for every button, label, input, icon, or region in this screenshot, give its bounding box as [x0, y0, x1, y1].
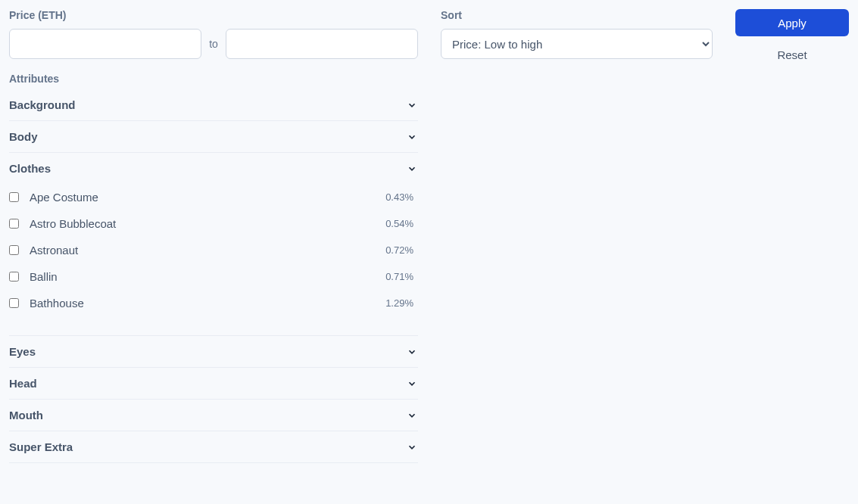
- attribute-title: Super Extra: [9, 440, 73, 453]
- option-label[interactable]: Bathhouse: [30, 297, 375, 310]
- reset-button[interactable]: Reset: [735, 41, 849, 68]
- chevron-down-icon: [406, 99, 418, 111]
- attribute-header-super-extra[interactable]: Super Extra: [9, 431, 418, 462]
- chevron-down-icon: [406, 378, 418, 390]
- attribute-header-head[interactable]: Head: [9, 368, 418, 399]
- apply-button[interactable]: Apply: [735, 9, 849, 36]
- option-label[interactable]: Ape Costume: [30, 191, 375, 204]
- price-min-input[interactable]: [9, 29, 201, 59]
- attribute-header-eyes[interactable]: Eyes: [9, 336, 418, 367]
- option-label[interactable]: Ballin: [30, 270, 375, 283]
- price-row: to: [9, 29, 418, 59]
- option-checkbox[interactable]: [9, 272, 19, 282]
- attribute-header-background[interactable]: Background: [9, 89, 418, 120]
- attribute-section-background: Background: [9, 89, 418, 121]
- attribute-title: Clothes: [9, 162, 51, 175]
- chevron-down-icon: [406, 409, 418, 422]
- attribute-section-head: Head: [9, 368, 418, 400]
- option-row: Ape Costume 0.43%: [9, 184, 418, 210]
- option-checkbox[interactable]: [9, 245, 19, 255]
- attribute-title: Body: [9, 130, 38, 143]
- option-checkbox[interactable]: [9, 219, 19, 229]
- left-column: Price (ETH) to Attributes Background Bod…: [9, 9, 418, 463]
- attribute-title: Background: [9, 98, 76, 111]
- option-label[interactable]: Astronaut: [30, 244, 375, 257]
- price-label: Price (ETH): [9, 9, 418, 21]
- option-label[interactable]: Astro Bubblecoat: [30, 217, 375, 230]
- attribute-title: Mouth: [9, 409, 43, 422]
- filter-panel: Price (ETH) to Attributes Background Bod…: [0, 0, 858, 472]
- chevron-down-icon: [406, 131, 418, 143]
- attribute-section-mouth: Mouth: [9, 400, 418, 431]
- option-row: Astronaut 0.72%: [9, 237, 418, 263]
- option-row: Bathhouse 1.29%: [9, 290, 418, 316]
- attribute-section-eyes: Eyes: [9, 336, 418, 368]
- chevron-down-icon: [406, 163, 418, 175]
- attribute-section-super-extra: Super Extra: [9, 431, 418, 463]
- clothes-options-scroll[interactable]: Ape Costume 0.43% Astro Bubblecoat 0.54%…: [9, 184, 418, 335]
- attribute-section-body: Body: [9, 121, 418, 153]
- attribute-header-mouth[interactable]: Mouth: [9, 400, 418, 431]
- price-max-input[interactable]: [226, 29, 418, 59]
- option-checkbox[interactable]: [9, 192, 19, 202]
- option-percentage: 0.71%: [385, 271, 418, 282]
- attribute-title: Head: [9, 377, 37, 390]
- option-percentage: 0.72%: [385, 244, 418, 256]
- attribute-header-clothes[interactable]: Clothes: [9, 153, 418, 184]
- right-column: Sort Price: Low to high Apply Reset: [441, 9, 849, 463]
- sort-column: Sort Price: Low to high: [441, 9, 713, 59]
- option-row: Ballin 0.71%: [9, 263, 418, 290]
- action-column: Apply Reset: [735, 9, 849, 68]
- sort-label: Sort: [441, 9, 713, 21]
- option-checkbox[interactable]: [9, 298, 19, 308]
- attribute-header-body[interactable]: Body: [9, 121, 418, 152]
- sort-select[interactable]: Price: Low to high: [441, 29, 713, 59]
- option-percentage: 1.29%: [385, 297, 418, 309]
- option-percentage: 0.54%: [385, 218, 418, 229]
- chevron-down-icon: [406, 346, 418, 358]
- chevron-down-icon: [406, 441, 418, 453]
- attribute-section-clothes: Clothes Ape Costume 0.43% Astro Bubbleco…: [9, 153, 418, 336]
- attributes-label: Attributes: [9, 73, 418, 85]
- attribute-title: Eyes: [9, 345, 36, 358]
- price-to-text: to: [209, 38, 218, 50]
- option-row: Astro Bubblecoat 0.54%: [9, 210, 418, 237]
- option-percentage: 0.43%: [385, 191, 418, 203]
